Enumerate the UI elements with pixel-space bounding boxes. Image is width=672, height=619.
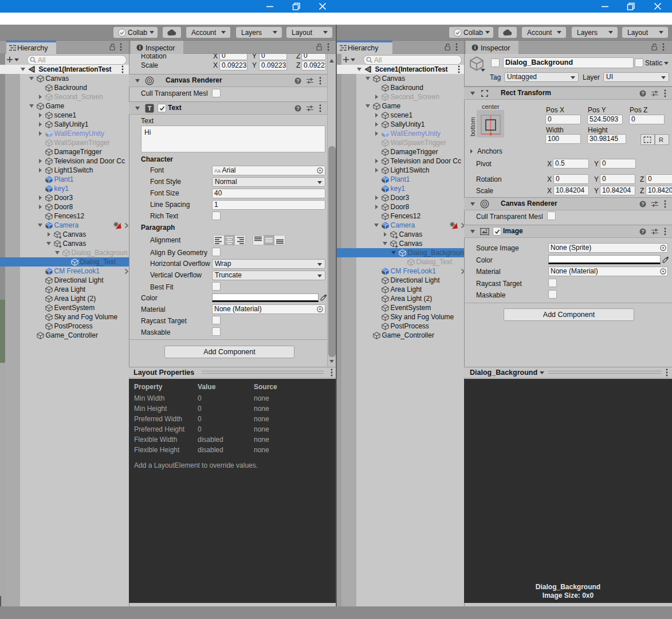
svg-text:?: ?: [641, 229, 645, 234]
svg-text:T: T: [148, 105, 152, 112]
svg-text:?: ?: [296, 78, 300, 84]
svg-text:?: ?: [296, 105, 300, 111]
svg-text:?: ?: [641, 91, 645, 96]
svg-text:i: i: [474, 45, 476, 50]
svg-text:i: i: [139, 45, 141, 50]
svg-text:?: ?: [641, 201, 645, 207]
